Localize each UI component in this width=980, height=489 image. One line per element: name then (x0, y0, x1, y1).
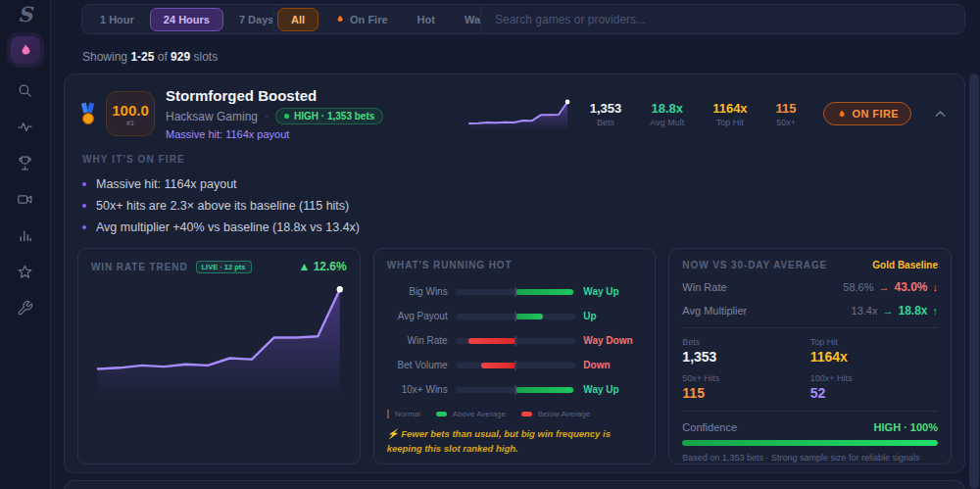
sidebar-item-on-fire[interactable] (11, 36, 40, 64)
results-total: 929 (171, 50, 190, 64)
flame-icon (334, 14, 345, 24)
gold-medal-icon (80, 103, 95, 124)
category-filter-group: All On Fire Hot Warm (272, 4, 513, 34)
sidebar-item-favorites[interactable] (11, 258, 40, 285)
hot-row-10x-wins: 10x+ WinsWay Up (387, 377, 643, 402)
comparison-row-win-rate: Win Rate 58.6%→43.0%↓ (682, 280, 938, 294)
above-average-swatch (436, 412, 447, 416)
search-icon (17, 82, 33, 99)
comparison-title: NOW VS 30-DAY AVERAGE (682, 260, 827, 270)
arrow-right-icon: → (878, 281, 889, 293)
sidebar-item-streams[interactable] (11, 185, 40, 213)
running-hot-title: WHAT'S RUNNING HOT (387, 260, 513, 270)
arrow-up-icon: ↑ (933, 305, 939, 317)
deviation-track (456, 314, 576, 319)
activity-icon (17, 119, 33, 135)
deviation-bar (468, 338, 515, 344)
deviation-track (456, 338, 576, 344)
category-filter-all[interactable]: All (277, 8, 318, 31)
sidebar-item-settings[interactable] (11, 294, 40, 321)
deviation-bar (515, 289, 573, 295)
green-dot-icon (284, 114, 289, 119)
trend-delta: ▲ 12.6% (298, 260, 346, 273)
grid-50x-hits: 50x+ Hits115 (682, 373, 809, 401)
running-hot-footnote: ⚡ Fewer bets than usual, but big win fre… (387, 427, 643, 456)
sparkline-chart (466, 97, 571, 130)
slot-card-header: 100.0 #1 Stormforged Boosted Hacksaw Gam… (65, 74, 964, 146)
flame-icon (17, 42, 33, 59)
sidebar-item-stats[interactable] (11, 221, 40, 249)
category-filter-hot[interactable]: Hot (404, 8, 449, 31)
grid-top-hit: Top Hit1164x (810, 337, 938, 365)
trophy-icon (17, 155, 33, 171)
results-range: 1-25 (130, 50, 154, 64)
deviation-bar (515, 314, 543, 319)
running-hot-panel: WHAT'S RUNNING HOT Big WinsWay Up Avg Pa… (373, 248, 657, 465)
score-value: 100.0 (112, 102, 149, 119)
comparison-panel: NOW VS 30-DAY AVERAGE Gold Baseline Win … (668, 248, 952, 465)
win-rate-line-chart (91, 277, 347, 395)
sidebar-item-activity[interactable] (11, 113, 40, 140)
stat-avg-mult: 18.8xAvg Mult (650, 101, 684, 127)
slot-title: Stormforged Boosted (166, 87, 383, 104)
score-tile: 100.0 #1 (106, 91, 155, 136)
results-summary: Showing 1-25 of 929 slots (82, 50, 218, 64)
deviation-track (456, 387, 576, 393)
star-icon (17, 264, 33, 280)
confidence-row: Confidence HIGH · 100% (682, 421, 938, 433)
why-on-fire-title: WHY IT'S ON FIRE (82, 154, 947, 165)
stat-50x: 11550x+ (776, 101, 797, 127)
arrow-down-icon: ↓ (933, 281, 939, 293)
bullet-dot-icon (82, 204, 86, 208)
wrench-icon (17, 300, 33, 317)
below-average-swatch (521, 412, 532, 416)
deviation-bar (515, 387, 573, 393)
app-logo: S (18, 2, 32, 27)
bullet-dot-icon (82, 182, 86, 186)
grid-100x-hits: 100x+ Hits52 (810, 373, 938, 401)
comparison-grid: Bets1,353 Top Hit1164x 50x+ Hits115 100x… (682, 337, 938, 401)
hot-row-big-wins: Big WinsWay Up (387, 279, 643, 304)
why-bullet: 50x+ hits are 2.3× above its baseline (1… (82, 195, 947, 217)
highlight-text: Massive hit: 1164x payout (166, 128, 383, 140)
sidebar-item-leaderboard[interactable] (11, 149, 40, 176)
arrow-right-icon: → (882, 305, 893, 317)
provider-name: Hacksaw Gaming (166, 110, 258, 123)
slot-card: 100.0 #1 Stormforged Boosted Hacksaw Gam… (64, 73, 965, 473)
sidebar-item-search[interactable] (11, 76, 40, 104)
confidence-badge: HIGH · 1,353 bets (275, 108, 383, 124)
hot-row-bet-volume: Bet VolumeDown (387, 353, 643, 377)
category-filter-on-fire-label: On Fire (350, 14, 388, 25)
why-bullet: Avg multiplier +40% vs baseline (18.8x v… (82, 217, 947, 238)
header-stats: 1,353Bets 18.8xAvg Mult 1164xTop Hit 115… (590, 101, 797, 127)
flame-icon (836, 109, 847, 120)
scrollbar-thumb[interactable] (969, 73, 979, 489)
win-rate-trend-panel: WIN RATE TREND LIVE · 12 pts ▲ 12.6% (77, 248, 361, 465)
running-hot-rows: Big WinsWay Up Avg PayoutUp Win RateWay … (387, 279, 643, 402)
video-camera-icon (17, 191, 33, 208)
category-filter-on-fire[interactable]: On Fire (320, 8, 402, 31)
time-filter-1-hour[interactable]: 1 Hour (86, 8, 148, 31)
deviation-track (456, 289, 576, 295)
on-fire-status-badge: ON FIRE (823, 102, 911, 125)
confidence-bar (682, 440, 938, 446)
hot-row-avg-payout: Avg PayoutUp (387, 304, 643, 328)
running-hot-legend: |Normal Above Average Below Average (387, 409, 643, 418)
why-on-fire-section: WHY IT'S ON FIRE Massive hit: 1164x payo… (65, 146, 964, 238)
app-window: S 1 Hour 24 Hours 7 Days All On Fire Hot… (0, 0, 980, 489)
search-input[interactable] (480, 4, 965, 34)
slot-title-block: Stormforged Boosted Hacksaw Gaming · HIG… (166, 87, 383, 140)
deviation-track (456, 363, 576, 368)
next-slot-card-edge[interactable] (64, 480, 965, 489)
live-badge: LIVE · 12 pts (196, 261, 252, 273)
chevron-up-icon[interactable] (932, 106, 949, 122)
rank-label: #1 (126, 120, 134, 126)
time-filter-24-hours[interactable]: 24 Hours (150, 8, 223, 31)
stat-top-hit: 1164xTop Hit (712, 101, 747, 127)
why-bullet: Massive hit: 1164x payout (82, 173, 947, 195)
trend-panel-title: WIN RATE TREND (91, 262, 188, 272)
comparison-row-avg-multiplier: Avg Multiplier 13.4x→18.8x↑ (682, 304, 938, 318)
hot-row-win-rate: Win RateWay Down (387, 328, 643, 353)
deviation-bar (481, 363, 515, 368)
grid-bets: Bets1,353 (682, 337, 809, 365)
